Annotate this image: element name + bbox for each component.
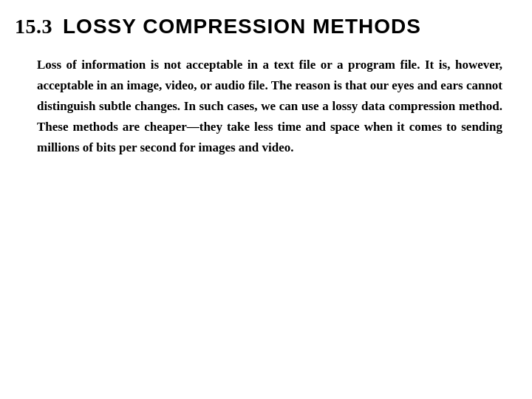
title-row: 15.3 LOSSY COMPRESSION METHODS bbox=[15, 15, 510, 38]
section-number: 15.3 bbox=[15, 15, 52, 38]
section-title: LOSSY COMPRESSION METHODS bbox=[63, 15, 421, 38]
body-paragraph: Loss of information is not acceptable in… bbox=[15, 55, 510, 158]
page-container: 15.3 LOSSY COMPRESSION METHODS Loss of i… bbox=[0, 0, 532, 399]
